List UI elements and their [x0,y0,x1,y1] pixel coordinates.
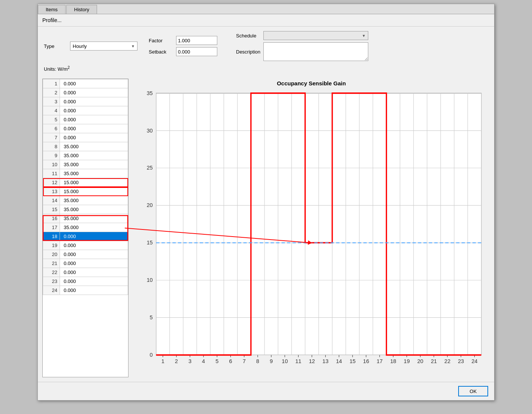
table-cell-value: 15.000 [60,187,128,196]
table-cell-value: 0.000 [60,268,128,277]
table-row[interactable]: 230.000 [43,277,128,286]
chart-area: Occupancy Sensible Gain 0510152025303512… [133,79,490,377]
table-cell-hour: 2 [43,88,60,97]
table-cell-value: 35.000 [60,205,128,214]
table-row[interactable]: 1535.000 [43,205,128,214]
table-row[interactable]: 1435.000 [43,196,128,205]
table-cell-value: 35.000 [60,223,128,232]
table-row[interactable]: 180.000 [43,232,128,241]
dialog-title: Profile... [38,14,494,27]
svg-text:10: 10 [146,277,152,283]
svg-text:20: 20 [417,358,423,364]
svg-text:0: 0 [150,351,153,358]
dialog: Items History Profile... Type Hourly ▼ F… [37,4,495,401]
table-row[interactable]: 190.000 [43,241,128,250]
table-cell-value: 0.000 [60,277,128,286]
schedule-label: Schedule [236,33,260,39]
tab-bar: Items History [38,4,494,14]
factor-row: Factor [149,36,217,45]
table-row[interactable]: 220.000 [43,268,128,277]
description-label: Description [236,49,260,55]
chart-title: Occupancy Sensible Gain [133,79,490,86]
table-row[interactable]: 1635.000 [43,214,128,223]
svg-text:7: 7 [243,358,246,364]
tab-history[interactable]: History [66,5,97,14]
svg-text:18: 18 [390,358,396,364]
table-cell-value: 0.000 [60,106,128,115]
table-row[interactable]: 70.000 [43,133,128,142]
svg-text:3: 3 [188,358,191,364]
svg-text:35: 35 [146,90,152,96]
table-row[interactable]: 20.000 [43,88,128,97]
main-content: 10.00020.00030.00040.00050.00060.00070.0… [38,79,494,382]
table-cell-hour: 9 [43,151,60,160]
table-cell-hour: 14 [43,196,60,205]
table-row[interactable]: 935.000 [43,151,128,160]
table-row[interactable]: 1315.000 [43,187,128,196]
table-cell-hour: 4 [43,106,60,115]
table-row[interactable]: 30.000 [43,97,128,106]
form-row-type: Type Hourly ▼ Factor Setback Schedul [44,31,488,61]
svg-text:11: 11 [295,358,301,364]
schedule-combo-arrow: ▼ [362,34,366,38]
table-row[interactable]: 50.000 [43,115,128,124]
svg-text:15: 15 [146,239,152,246]
table-cell-hour: 22 [43,268,60,277]
data-table-container: 10.00020.00030.00040.00050.00060.00070.0… [42,79,129,377]
ok-button[interactable]: OK [458,386,488,396]
table-cell-hour: 20 [43,250,60,259]
data-table: 10.00020.00030.00040.00050.00060.00070.0… [43,79,128,295]
table-cell-hour: 21 [43,259,60,268]
table-row[interactable]: 10.000 [43,79,128,88]
setback-input[interactable] [176,47,217,56]
svg-text:5: 5 [215,358,218,364]
table-cell-value: 0.000 [60,97,128,106]
type-label: Type [44,43,66,49]
footer: OK [38,382,494,400]
table-cell-value: 35.000 [60,196,128,205]
table-row[interactable]: 835.000 [43,142,128,151]
svg-text:15: 15 [350,358,356,364]
factor-input[interactable] [176,36,217,45]
schedule-row: Schedule ▼ [236,31,368,40]
svg-text:14: 14 [336,358,342,364]
table-row[interactable]: 240.000 [43,286,128,295]
svg-text:23: 23 [458,358,464,364]
table-cell-hour: 16 [43,214,60,223]
type-value: Hourly [73,43,87,49]
tab-items[interactable]: Items [38,5,66,14]
table-cell-value: 0.000 [60,259,128,268]
table-cell-value: 15.000 [60,178,128,187]
table-row[interactable]: 1735.000 [43,223,128,232]
table-row[interactable]: 1035.000 [43,160,128,169]
table-row[interactable]: 60.000 [43,124,128,133]
table-cell-value: 0.000 [60,241,128,250]
svg-text:2: 2 [175,358,178,364]
table-row[interactable]: 210.000 [43,259,128,268]
table-cell-hour: 24 [43,286,60,295]
table-cell-hour: 10 [43,160,60,169]
type-combo-arrow: ▼ [131,44,135,48]
units-label: Units: W/m2 [44,64,488,74]
table-cell-hour: 15 [43,205,60,214]
table-row[interactable]: 1215.000 [43,178,128,187]
table-row[interactable]: 1135.000 [43,169,128,178]
table-row[interactable]: 40.000 [43,106,128,115]
svg-text:21: 21 [431,358,437,364]
type-combo[interactable]: Hourly ▼ [70,42,137,51]
table-cell-value: 35.000 [60,142,128,151]
schedule-combo[interactable]: ▼ [263,31,368,40]
svg-text:24: 24 [471,358,477,364]
table-cell-value: 0.000 [60,286,128,295]
table-cell-hour: 3 [43,97,60,106]
table-cell-value: 0.000 [60,124,128,133]
table-cell-hour: 6 [43,124,60,133]
setback-label: Setback [149,49,173,55]
table-row[interactable]: 200.000 [43,250,128,259]
description-input[interactable] [263,42,368,61]
table-cell-hour: 17 [43,223,60,232]
svg-text:1: 1 [161,358,164,364]
description-row: Description [236,42,368,61]
table-cell-hour: 12 [43,178,60,187]
svg-text:30: 30 [146,127,152,133]
